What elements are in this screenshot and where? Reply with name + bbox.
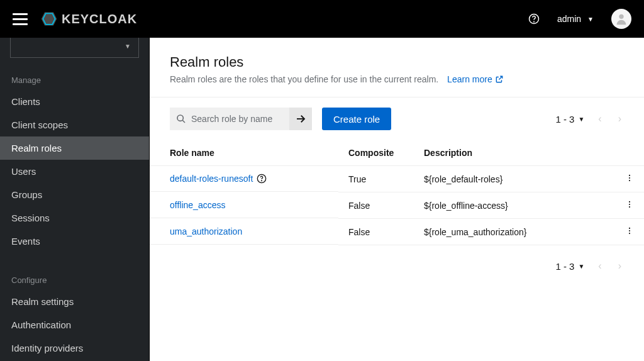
svg-point-16 <box>629 228 630 229</box>
nav-section-configure: Configure <box>0 268 149 290</box>
page-range-selector[interactable]: 1 - 3 ▼ <box>555 114 584 125</box>
page-range-selector[interactable]: 1 - 3 ▼ <box>555 261 584 272</box>
svg-point-10 <box>629 175 630 176</box>
help-icon[interactable] <box>257 174 267 184</box>
user-menu[interactable]: admin ▼ <box>557 14 594 24</box>
svg-point-4 <box>619 14 623 19</box>
next-page-button[interactable]: › <box>616 111 624 127</box>
composite-cell: True <box>338 166 414 192</box>
roles-table: Role name Composite Description default-… <box>150 140 644 245</box>
col-role-name: Role name <box>150 140 338 166</box>
sidebar: ▼ Manage ClientsClient scopesRealm roles… <box>0 38 150 361</box>
svg-point-18 <box>629 233 630 234</box>
keycloak-logo-icon <box>40 10 58 28</box>
main-content: Realm roles Realm roles are the roles th… <box>150 38 644 361</box>
table-row: offline_accessFalse${role_offline-access… <box>150 192 644 219</box>
toolbar: Create role 1 - 3 ▼ ‹ › <box>150 97 644 140</box>
composite-cell: False <box>338 192 414 219</box>
avatar[interactable] <box>611 9 631 29</box>
realm-selector[interactable]: ▼ <box>10 38 139 58</box>
user-icon <box>614 12 628 26</box>
svg-point-5 <box>177 115 183 121</box>
sidebar-item-realm-roles[interactable]: Realm roles <box>0 136 149 160</box>
caret-down-icon: ▼ <box>578 116 584 123</box>
row-actions-button[interactable] <box>615 166 644 192</box>
search-submit-button[interactable] <box>289 108 312 130</box>
caret-down-icon: ▼ <box>587 16 594 23</box>
nav-section-manage: Manage <box>0 68 149 90</box>
composite-cell: False <box>338 219 414 245</box>
row-actions-button[interactable] <box>615 192 644 219</box>
svg-marker-0 <box>42 13 57 26</box>
svg-point-14 <box>629 204 630 205</box>
table-row: default-roles-runesoftTrue${role_default… <box>150 166 644 192</box>
svg-line-6 <box>182 120 185 123</box>
sidebar-item-sessions[interactable]: Sessions <box>0 206 149 230</box>
svg-point-9 <box>262 181 262 181</box>
create-role-button[interactable]: Create role <box>322 108 391 130</box>
role-link[interactable]: offline_access <box>170 200 225 210</box>
description-cell: ${role_default-roles} <box>414 166 615 192</box>
search-icon <box>176 114 186 124</box>
col-composite: Composite <box>338 140 414 166</box>
pagination-top: 1 - 3 ▼ ‹ › <box>555 111 624 127</box>
brand-name: KEYCLOAK <box>62 12 137 26</box>
external-link-icon <box>495 75 504 84</box>
menu-toggle-button[interactable] <box>13 11 28 26</box>
sidebar-item-groups[interactable]: Groups <box>0 183 149 206</box>
page-title: Realm roles <box>170 54 624 70</box>
caret-down-icon: ▼ <box>125 43 131 50</box>
svg-point-3 <box>534 21 535 22</box>
sidebar-item-events[interactable]: Events <box>0 230 149 253</box>
svg-point-17 <box>629 230 630 231</box>
pagination-bottom: 1 - 3 ▼ ‹ › <box>555 258 624 274</box>
brand-logo[interactable]: KEYCLOAK <box>40 10 137 28</box>
search-input[interactable] <box>170 108 289 130</box>
svg-point-12 <box>629 180 630 181</box>
next-page-button[interactable]: › <box>616 258 624 274</box>
table-row: uma_authorizationFalse${role_uma_authori… <box>150 219 644 245</box>
arrow-right-icon <box>295 113 306 125</box>
svg-point-13 <box>629 201 630 203</box>
caret-down-icon: ▼ <box>578 263 584 270</box>
svg-point-15 <box>629 206 630 208</box>
role-link[interactable]: default-roles-runesoft <box>170 174 253 184</box>
topbar: KEYCLOAK admin ▼ <box>0 0 644 38</box>
sidebar-item-authentication[interactable]: Authentication <box>0 313 149 336</box>
prev-page-button[interactable]: ‹ <box>596 111 604 127</box>
page-subtitle: Realm roles are the roles that you defin… <box>170 74 438 84</box>
sidebar-item-users[interactable]: Users <box>0 160 149 183</box>
prev-page-button[interactable]: ‹ <box>596 258 604 274</box>
sidebar-item-identity-providers[interactable]: Identity providers <box>0 336 149 360</box>
description-cell: ${role_uma_authorization} <box>414 219 615 245</box>
learn-more-link[interactable]: Learn more <box>447 74 504 84</box>
page-header: Realm roles Realm roles are the roles th… <box>150 38 644 97</box>
col-description: Description <box>414 140 615 166</box>
description-cell: ${role_offline-access} <box>414 192 615 219</box>
help-icon[interactable] <box>528 13 540 25</box>
sidebar-item-realm-settings[interactable]: Realm settings <box>0 290 149 313</box>
svg-point-11 <box>629 177 630 179</box>
role-link[interactable]: uma_authorization <box>170 226 242 236</box>
username-label: admin <box>557 14 581 24</box>
row-actions-button[interactable] <box>615 219 644 245</box>
sidebar-item-clients[interactable]: Clients <box>0 90 149 113</box>
sidebar-item-client-scopes[interactable]: Client scopes <box>0 113 149 136</box>
